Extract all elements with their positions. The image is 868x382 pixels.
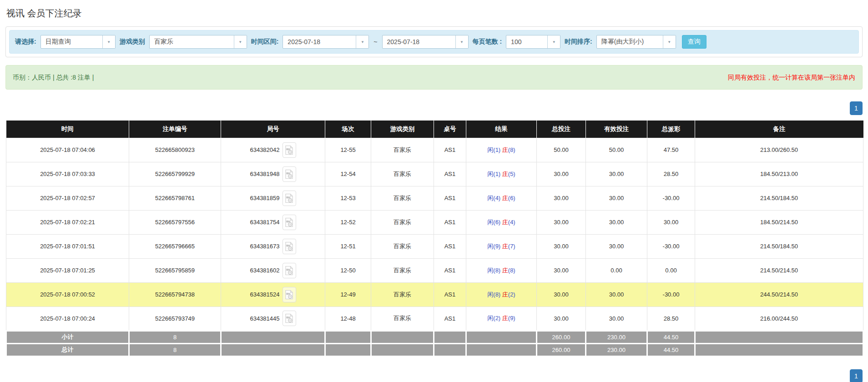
video-replay-button[interactable]: [283, 142, 296, 158]
game-category-cell: 百家乐: [371, 234, 434, 258]
bet-id-cell: 522665798761: [129, 186, 221, 210]
total-bet-link[interactable]: 30.00: [537, 162, 586, 186]
column-header: 场次: [325, 121, 371, 138]
valid-bet-cell: 0.00: [586, 258, 647, 282]
video-replay-button[interactable]: [283, 215, 296, 230]
chevron-down-icon[interactable]: ▼: [547, 35, 560, 48]
round-id-wrap: 634381445: [250, 311, 296, 326]
table-row: 2025-07-18 07:00:52522665794738634381524…: [6, 282, 863, 307]
game-category-cell: 百家乐: [371, 162, 434, 186]
time-cell: 2025-07-18 07:01:51: [6, 234, 129, 258]
bet-id-cell: 522665793749: [129, 307, 221, 331]
chevron-down-icon[interactable]: ▼: [234, 35, 247, 48]
page-size-dropdown[interactable]: 100 ▼: [506, 35, 560, 49]
total-bet-link[interactable]: 30.00: [537, 282, 586, 307]
round-id-wrap: 634381754: [250, 215, 296, 230]
result-player: 闲(8): [487, 291, 500, 298]
summary-empty-cell: [371, 331, 434, 343]
video-replay-button[interactable]: [283, 191, 296, 206]
date-to-value: 2025-07-18: [383, 35, 455, 48]
summary-count-cell: 8: [129, 331, 221, 343]
time-cell: 2025-07-18 07:02:57: [6, 186, 129, 210]
game-category-dropdown[interactable]: 百家乐 ▼: [149, 35, 247, 49]
time-cell: 2025-07-18 07:03:33: [6, 162, 129, 186]
total-bet-link[interactable]: 30.00: [537, 307, 586, 331]
total-bet-link[interactable]: 30.00: [537, 210, 586, 234]
round-id-cell: 634381754: [221, 210, 325, 234]
video-replay-button[interactable]: [283, 263, 296, 278]
result-cell: 闲(1) 庄(8): [466, 138, 537, 162]
session-cell: 12-48: [325, 307, 371, 331]
result-banker-score: (5): [508, 171, 515, 177]
game-category-cell: 百家乐: [371, 186, 434, 210]
pagination-page-button[interactable]: 1: [850, 369, 863, 382]
summary-empty-cell: [695, 331, 863, 343]
game-category-cell: 百家乐: [371, 258, 434, 282]
currency-summary-text: 币别：人民币 | 总共 :8 注单 |: [13, 73, 94, 82]
round-id-cell: 634382042: [221, 138, 325, 162]
result-player: 闲(4): [487, 195, 500, 201]
pagination-bottom: 1: [5, 369, 863, 382]
chevron-down-icon[interactable]: ▼: [356, 35, 368, 48]
total-bet-link[interactable]: 30.00: [537, 258, 586, 282]
table-number-cell: AS1: [434, 307, 466, 331]
round-id-value: 634381754: [250, 219, 279, 226]
page: 视讯 会员下注纪录 请选择: 日期查询 ▼ 游戏类别 百家乐 ▼ 时间区间: 2…: [0, 0, 868, 382]
select-type-dropdown[interactable]: 日期查询 ▼: [40, 35, 116, 49]
payout-cell: 28.50: [647, 307, 695, 331]
grand-total-row: 总计8260.00230.0044.50: [6, 343, 863, 356]
filter-label-game-category: 游戏类别: [120, 38, 145, 46]
remark-cell: 244.50/214.50: [695, 282, 863, 307]
round-id-wrap: 634381948: [250, 166, 296, 182]
chevron-down-icon[interactable]: ▼: [455, 35, 468, 48]
video-replay-button[interactable]: [283, 287, 296, 302]
result-cell: 闲(8) 庄(2): [466, 282, 537, 307]
select-type-value: 日期查询: [41, 35, 102, 48]
summary-empty-cell: [695, 343, 863, 356]
result-banker-score: (9): [508, 315, 515, 322]
page-size-value: 100: [506, 35, 547, 48]
pagination-page-button[interactable]: 1: [850, 101, 863, 115]
video-file-icon: [285, 193, 293, 203]
result-banker-score: (8): [508, 267, 515, 274]
summary-valid-bet-cell: 230.00: [586, 343, 647, 356]
video-replay-button[interactable]: [283, 311, 296, 326]
bet-id-cell: 522665794738: [129, 282, 221, 307]
session-cell: 12-49: [325, 282, 371, 307]
summary-empty-cell: [434, 331, 466, 343]
session-cell: 12-51: [325, 234, 371, 258]
chevron-down-icon[interactable]: ▼: [102, 35, 115, 48]
remark-cell: 216.00/244.50: [695, 307, 863, 331]
remark-cell: 214.50/184.50: [695, 186, 863, 210]
session-cell: 12-54: [325, 162, 371, 186]
valid-bet-cell: 30.00: [586, 234, 647, 258]
payout-cell: 30.00: [647, 210, 695, 234]
result-player: 闲(2): [487, 315, 500, 322]
time-cell: 2025-07-18 07:02:21: [6, 210, 129, 234]
time-sort-dropdown[interactable]: 降幂(由大到小) ▼: [596, 35, 676, 49]
result-cell: 闲(9) 庄(7): [466, 234, 537, 258]
game-category-cell: 百家乐: [371, 282, 434, 307]
date-to-dropdown[interactable]: 2025-07-18 ▼: [382, 35, 469, 49]
total-bet-link[interactable]: 30.00: [537, 186, 586, 210]
video-file-icon: [285, 217, 293, 227]
summary-label-cell: 小计: [6, 331, 129, 343]
column-header: 局号: [221, 121, 325, 138]
total-bet-link[interactable]: 30.00: [537, 234, 586, 258]
table-number-cell: AS1: [434, 258, 466, 282]
column-header: 桌号: [434, 121, 466, 138]
chevron-down-icon[interactable]: ▼: [663, 35, 676, 48]
search-button[interactable]: 查询: [682, 35, 707, 49]
result-banker-score: (2): [508, 291, 515, 298]
date-from-dropdown[interactable]: 2025-07-18 ▼: [283, 35, 369, 49]
video-replay-button[interactable]: [283, 166, 296, 182]
total-bet-link[interactable]: 50.00: [537, 138, 586, 162]
filter-label-select-type: 请选择:: [15, 38, 36, 46]
page-title: 视讯 会员下注纪录: [5, 0, 863, 26]
game-category-value: 百家乐: [150, 35, 234, 48]
round-id-cell: 634381524: [221, 282, 325, 307]
video-replay-button[interactable]: [283, 239, 296, 254]
time-cell: 2025-07-18 07:01:25: [6, 258, 129, 282]
table-row: 2025-07-18 07:01:51522665796665634381673…: [6, 234, 863, 258]
summary-empty-cell: [221, 343, 325, 356]
